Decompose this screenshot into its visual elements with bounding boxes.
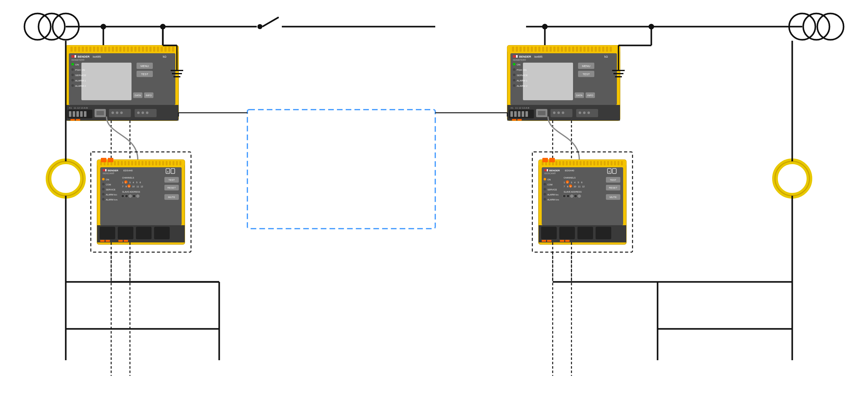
svg-text:ISOMETER®: ISOMETER® bbox=[513, 59, 526, 61]
svg-rect-318 bbox=[618, 161, 619, 165]
svg-rect-105 bbox=[534, 47, 537, 52]
svg-rect-316 bbox=[611, 161, 613, 165]
svg-point-331 bbox=[544, 178, 546, 180]
svg-rect-75 bbox=[66, 105, 179, 121]
svg-point-361 bbox=[570, 195, 574, 198]
svg-rect-372 bbox=[559, 227, 575, 239]
svg-rect-217 bbox=[131, 161, 133, 165]
svg-rect-312 bbox=[597, 161, 599, 165]
svg-text:MUTE: MUTE bbox=[610, 196, 617, 199]
svg-rect-115 bbox=[572, 47, 574, 52]
svg-rect-159 bbox=[522, 111, 524, 117]
svg-text:INFO: INFO bbox=[146, 94, 152, 97]
svg-rect-97 bbox=[507, 46, 620, 121]
svg-rect-120 bbox=[591, 47, 593, 52]
svg-rect-47 bbox=[168, 47, 170, 52]
svg-point-65 bbox=[71, 84, 74, 87]
svg-rect-45 bbox=[161, 47, 163, 52]
svg-point-360 bbox=[566, 195, 569, 198]
svg-rect-69 bbox=[136, 71, 153, 77]
svg-point-194 bbox=[775, 161, 809, 196]
svg-point-193 bbox=[783, 170, 801, 187]
svg-rect-324 bbox=[547, 169, 548, 171]
svg-rect-144 bbox=[578, 63, 594, 69]
svg-rect-285 bbox=[136, 227, 152, 239]
svg-text:11: 11 bbox=[578, 185, 581, 187]
svg-rect-212 bbox=[114, 161, 116, 165]
svg-rect-296 bbox=[542, 161, 544, 165]
svg-rect-319 bbox=[621, 161, 623, 165]
svg-rect-294 bbox=[538, 160, 626, 244]
svg-rect-276 bbox=[164, 177, 179, 183]
svg-rect-100 bbox=[516, 47, 518, 52]
svg-text:ISOSCAN®: ISOSCAN® bbox=[103, 172, 115, 174]
svg-rect-67 bbox=[136, 63, 153, 69]
svg-point-362 bbox=[574, 195, 577, 198]
svg-text:2: 2 bbox=[125, 181, 126, 183]
svg-rect-211 bbox=[111, 161, 113, 165]
svg-point-16 bbox=[649, 24, 654, 29]
svg-point-172 bbox=[587, 112, 590, 114]
svg-rect-278 bbox=[164, 185, 179, 191]
svg-point-274 bbox=[132, 195, 135, 198]
svg-rect-152 bbox=[507, 105, 620, 121]
svg-rect-56 bbox=[82, 63, 131, 100]
svg-rect-283 bbox=[100, 227, 115, 239]
svg-point-3 bbox=[789, 13, 815, 40]
svg-text:ISOMETER®: ISOMETER® bbox=[71, 59, 85, 61]
svg-rect-328 bbox=[608, 169, 611, 174]
svg-rect-226 bbox=[162, 161, 164, 165]
svg-rect-311 bbox=[593, 161, 595, 165]
svg-rect-48 bbox=[172, 47, 174, 52]
svg-rect-284 bbox=[118, 227, 133, 239]
svg-point-245 bbox=[102, 183, 104, 185]
svg-point-249 bbox=[102, 193, 104, 196]
svg-text:SERVICE: SERVICE bbox=[547, 188, 557, 191]
svg-point-0 bbox=[24, 13, 51, 40]
svg-point-353 bbox=[569, 184, 572, 187]
svg-text:ALARM 2: ALARM 2 bbox=[75, 85, 86, 87]
svg-rect-223 bbox=[152, 161, 154, 165]
svg-rect-22 bbox=[74, 47, 76, 52]
svg-rect-286 bbox=[154, 227, 170, 239]
svg-rect-230 bbox=[176, 161, 178, 165]
svg-text:COM: COM bbox=[106, 183, 111, 186]
svg-text:1: 1 bbox=[564, 181, 565, 183]
svg-rect-112 bbox=[561, 47, 563, 52]
svg-rect-88 bbox=[76, 119, 80, 121]
svg-rect-103 bbox=[527, 47, 529, 52]
svg-rect-79 bbox=[67, 110, 92, 118]
svg-rect-164 bbox=[517, 119, 522, 121]
svg-rect-146 bbox=[578, 71, 594, 77]
svg-rect-24 bbox=[82, 47, 84, 52]
svg-text:ALARM 2: ALARM 2 bbox=[517, 85, 528, 87]
svg-point-171 bbox=[583, 112, 586, 114]
svg-text:DC: DC bbox=[115, 194, 117, 196]
svg-text:COM: COM bbox=[547, 183, 553, 186]
svg-rect-234 bbox=[100, 167, 182, 225]
svg-rect-33 bbox=[116, 47, 118, 52]
svg-text:11: 11 bbox=[136, 185, 139, 187]
svg-rect-219 bbox=[138, 161, 140, 165]
svg-rect-49 bbox=[69, 53, 175, 105]
svg-rect-378 bbox=[565, 240, 569, 242]
svg-point-14 bbox=[542, 24, 548, 29]
svg-rect-40 bbox=[142, 47, 144, 52]
svg-text:iso685: iso685 bbox=[534, 55, 542, 58]
svg-rect-36 bbox=[127, 47, 129, 52]
svg-rect-241 bbox=[171, 169, 175, 174]
svg-text:12: 12 bbox=[141, 185, 143, 187]
svg-point-170 bbox=[579, 112, 581, 114]
svg-rect-155 bbox=[509, 110, 534, 118]
svg-point-140 bbox=[513, 79, 516, 82]
svg-rect-39 bbox=[138, 47, 140, 52]
svg-rect-371 bbox=[541, 227, 557, 239]
svg-text:8: 8 bbox=[567, 185, 568, 187]
svg-text:7: 7 bbox=[564, 185, 565, 187]
svg-text:X1: X1 bbox=[69, 107, 72, 109]
svg-rect-104 bbox=[531, 47, 533, 52]
svg-rect-80 bbox=[69, 111, 71, 117]
svg-point-257 bbox=[124, 180, 127, 183]
svg-point-190 bbox=[57, 170, 74, 187]
svg-rect-235 bbox=[103, 169, 105, 171]
